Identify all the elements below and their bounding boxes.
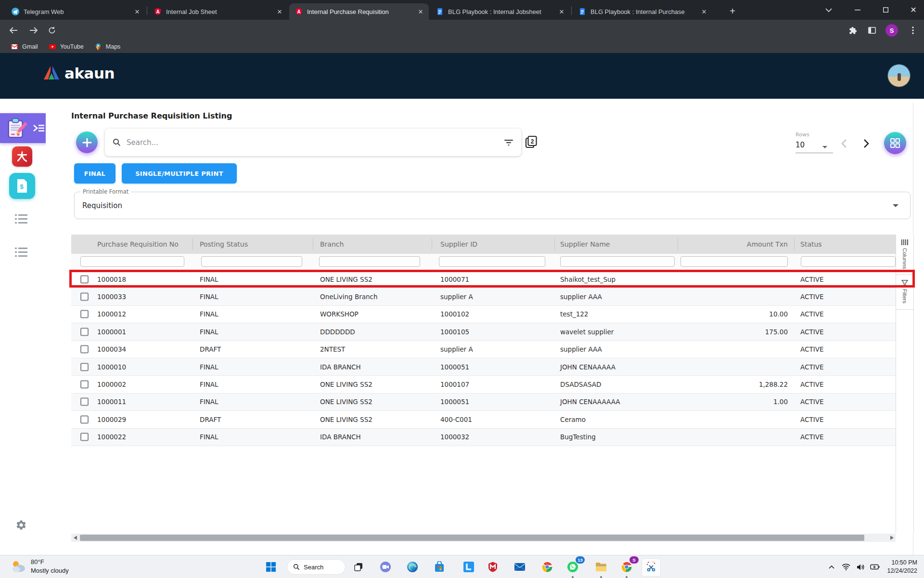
close-tab-icon[interactable]: ✕ [275, 7, 284, 16]
table-row[interactable]: 1000001FINALDDDDDDD1000105wavelet suppli… [71, 323, 896, 341]
close-window-button[interactable]: ✕ [903, 0, 924, 20]
file-explorer-icon[interactable] [592, 558, 610, 576]
table-row[interactable]: 1000029DRAFTONE LIVING SS2400-C001Ceramo… [71, 411, 896, 428]
tab-blg-playbook-jobsheet[interactable]: BLG Playbook : Internal Jobsheet ✕ [430, 3, 570, 20]
row-checkbox[interactable] [80, 398, 89, 406]
row-checkbox[interactable] [80, 345, 89, 354]
chevron-down-icon[interactable] [818, 0, 839, 20]
lark-app-icon[interactable] [460, 558, 478, 576]
filter-input-posting-status[interactable] [201, 256, 302, 267]
row-checkbox[interactable] [80, 363, 89, 371]
columns-tool[interactable]: Columns [896, 235, 913, 275]
close-tab-icon[interactable]: ✕ [133, 7, 141, 16]
side-panel-icon[interactable] [864, 22, 880, 39]
search-input[interactable] [126, 138, 504, 147]
microsoft-store-icon[interactable] [430, 558, 449, 576]
sidebar-applet-da[interactable] [12, 146, 32, 167]
table-row[interactable]: 1000002FINALONE LIVING SS21000107DSADSAS… [71, 376, 896, 393]
close-tab-icon[interactable]: ✕ [416, 7, 425, 16]
row-checkbox[interactable] [80, 415, 89, 423]
table-row[interactable]: 1000033FINALOneLiving Branchsupplier Asu… [71, 288, 896, 305]
col-supplier-name[interactable]: Supplier Name [560, 240, 610, 248]
settings-gear-icon[interactable] [14, 518, 28, 532]
tab-internal-job-sheet[interactable]: A Internal Job Sheet ✕ [148, 3, 288, 20]
user-profile-photo[interactable] [888, 65, 910, 87]
scroll-right-arrow[interactable] [888, 534, 896, 542]
table-row[interactable]: 1000010FINALIDA BRANCH1000051JOHN CENAAA… [71, 358, 896, 376]
row-checkbox[interactable] [80, 433, 89, 441]
taskbar-search[interactable]: Search [287, 559, 346, 575]
col-purchase-requisition-no[interactable]: Purchase Requisition No [97, 240, 179, 248]
browser-profile-avatar[interactable]: S [884, 22, 900, 39]
sidebar-applet-invoice[interactable]: $ [9, 173, 35, 199]
multi-print-pages-icon[interactable]: 2 [525, 135, 538, 149]
horizontal-scrollbar[interactable] [71, 534, 896, 542]
row-checkbox[interactable] [80, 310, 89, 318]
filter-input-purchase-requisition-no[interactable] [80, 256, 184, 267]
task-view-button[interactable] [349, 558, 368, 576]
row-checkbox[interactable] [80, 328, 89, 336]
filter-lines-icon[interactable] [504, 139, 513, 146]
teams-chat-icon[interactable] [376, 558, 395, 576]
sidebar-listing-icon[interactable] [14, 212, 28, 226]
edge-icon[interactable] [403, 558, 422, 576]
kebab-menu-icon[interactable] [905, 22, 921, 39]
filter-input-status[interactable] [801, 256, 896, 267]
filter-input-amount-txn[interactable] [680, 256, 788, 267]
start-button[interactable] [262, 558, 280, 576]
wifi-icon[interactable] [839, 560, 853, 574]
whatsapp-icon[interactable]: 13 [564, 558, 582, 576]
row-checkbox[interactable] [80, 293, 89, 301]
table-row[interactable]: 1000011FINALONE LIVING SS21000051JOHN CE… [71, 394, 896, 411]
new-tab-button[interactable]: + [726, 4, 739, 18]
col-status[interactable]: Status [800, 240, 822, 248]
mcafee-icon[interactable] [484, 558, 502, 576]
filter-input-supplier-name[interactable] [560, 256, 675, 267]
taskbar-clock[interactable]: 10:50 PM 12/24/2022 [887, 559, 917, 575]
filter-input-branch[interactable] [319, 256, 420, 267]
scroll-left-arrow[interactable] [71, 534, 79, 542]
hidden-icons-chevron[interactable] [824, 560, 839, 574]
mail-icon[interactable] [511, 558, 529, 576]
sidebar-expand-icon[interactable] [33, 123, 45, 133]
chrome-profile-icon[interactable]: S [617, 558, 636, 576]
bookmark-youtube[interactable]: YouTube [49, 43, 84, 51]
tab-internal-purchase-requisition[interactable]: A Internal Purchase Requisition ✕ [289, 3, 429, 20]
search-box[interactable] [105, 129, 521, 156]
table-row[interactable]: 1000022FINALIDA BRANCH1000032BugTestingA… [71, 429, 896, 446]
chrome-icon[interactable] [538, 558, 556, 576]
maximize-button[interactable] [875, 0, 896, 20]
scrollbar-thumb[interactable] [80, 535, 864, 541]
table-row[interactable]: 1000012FINALWORKSHOP1000102test_12210.00… [71, 306, 896, 323]
table-row[interactable]: 1000034DRAFT2NTESTsupplier Asupplier AAA… [71, 341, 896, 358]
add-record-button[interactable] [76, 131, 98, 153]
reload-icon[interactable] [44, 22, 60, 39]
previous-page-button[interactable] [837, 137, 850, 150]
tab-blg-playbook-purchase[interactable]: BLG Playbook : Internal Purchase ✕ [573, 3, 712, 20]
snipping-tool-icon[interactable] [642, 558, 661, 577]
row-checkbox[interactable] [80, 381, 89, 389]
bookmark-maps[interactable]: Maps [94, 43, 121, 51]
single-multiple-print-button[interactable]: SINGLE/MULTIPLE PRINT [122, 163, 237, 184]
forward-icon[interactable] [26, 22, 42, 39]
filter-input-supplier-id[interactable] [439, 256, 545, 267]
printable-format-select[interactable]: Printable Format Requisition [74, 192, 911, 219]
back-icon[interactable] [5, 22, 22, 39]
volume-icon[interactable] [853, 560, 868, 574]
col-branch[interactable]: Branch [320, 240, 344, 248]
next-page-button[interactable] [860, 137, 873, 150]
tab-telegram-web[interactable]: Telegram Web ✕ [6, 3, 145, 20]
taskbar-weather-widget[interactable]: 80°FMostly cloudy [11, 558, 69, 575]
extensions-puzzle-icon[interactable] [845, 22, 861, 39]
col-supplier-id[interactable]: Supplier ID [440, 240, 477, 248]
sidebar-listing-icon[interactable] [14, 246, 28, 259]
minimize-button[interactable] [847, 0, 868, 20]
battery-icon[interactable] [868, 560, 882, 574]
grid-view-button[interactable] [884, 132, 906, 154]
col-posting-status[interactable]: Posting Status [200, 240, 248, 248]
akaun-logo[interactable]: akaun [42, 65, 115, 82]
bookmark-gmail[interactable]: Gmail [11, 43, 38, 51]
col-amount-txn[interactable]: Amount Txn [680, 240, 788, 248]
close-tab-icon[interactable]: ✕ [700, 7, 708, 16]
final-button[interactable]: FINAL [74, 163, 116, 184]
